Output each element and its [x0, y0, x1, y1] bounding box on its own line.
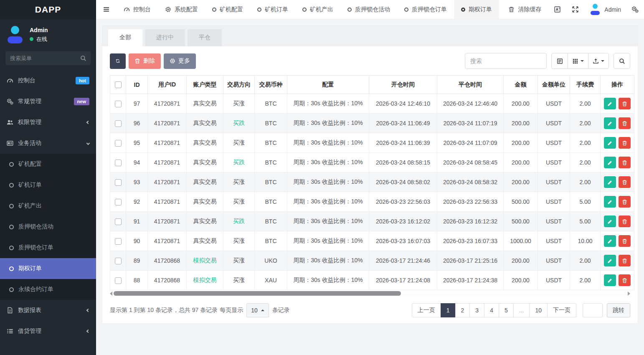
cell-fee: 2.00: [570, 172, 601, 192]
select-all-checkbox[interactable]: [115, 81, 122, 88]
sidebar-subitem[interactable]: 永续合约订单: [0, 279, 96, 300]
column-header: 操作: [601, 76, 634, 94]
edit-button[interactable]: [604, 137, 616, 149]
table-search-input[interactable]: [465, 53, 547, 69]
delete-row-button[interactable]: [619, 137, 631, 149]
scrollbar-track[interactable]: [114, 291, 626, 296]
tab-item[interactable]: 进行中: [145, 29, 185, 46]
delete-row-button[interactable]: [619, 117, 631, 129]
sidebar-item[interactable]: 数据报表: [0, 300, 96, 321]
sidebar-subitem[interactable]: 矿机订单: [0, 175, 96, 195]
cell-config: 周期：30s 收益比例：10%: [287, 153, 369, 172]
row-checkbox[interactable]: [115, 160, 122, 166]
delete-row-button[interactable]: [619, 176, 631, 188]
row-checkbox[interactable]: [115, 218, 122, 225]
topnav-user-menu[interactable]: Admin: [584, 0, 626, 19]
next-page-button[interactable]: 下一页: [547, 303, 576, 317]
detail-view-button[interactable]: [551, 53, 568, 69]
sidebar-item[interactable]: 常规管理new: [0, 91, 96, 112]
topnav-item[interactable]: 矿机配置: [205, 0, 250, 19]
cell-config: 周期：30s 收益比例：10%: [287, 94, 369, 114]
scroll-left-icon[interactable]: [110, 292, 112, 296]
translate-icon[interactable]: [548, 0, 566, 19]
delete-row-button[interactable]: [619, 216, 631, 227]
cell-config: 周期：30s 收益比例：10%: [287, 251, 369, 271]
export-button[interactable]: [588, 53, 609, 69]
page-button[interactable]: 3: [469, 303, 484, 317]
sidebar-item-label: 数据报表: [18, 307, 82, 314]
search-icon: [80, 55, 86, 61]
columns-button[interactable]: [568, 53, 588, 69]
refresh-button[interactable]: [110, 53, 126, 69]
page-button[interactable]: 1: [441, 303, 456, 317]
settings-gears-icon[interactable]: [626, 0, 644, 19]
page-button[interactable]: 4: [484, 303, 499, 317]
row-checkbox[interactable]: [115, 199, 122, 205]
cell-actions: [601, 94, 634, 114]
sidebar-search-input[interactable]: [5, 51, 91, 65]
sidebar-subitem[interactable]: 质押锁仓订单: [0, 237, 96, 258]
sidebar-subitem[interactable]: 矿机产出: [0, 195, 96, 216]
page-button[interactable]: 2: [455, 303, 470, 317]
edit-button[interactable]: [604, 235, 616, 247]
edit-button[interactable]: [604, 255, 616, 266]
sidebar-subitem[interactable]: 期权订单: [0, 258, 96, 279]
edit-button[interactable]: [604, 117, 616, 129]
scrollbar-thumb[interactable]: [114, 291, 401, 296]
sidebar-subitem[interactable]: 矿机配置: [0, 154, 96, 175]
delete-row-button[interactable]: [619, 98, 631, 109]
row-checkbox[interactable]: [115, 120, 122, 127]
delete-row-button[interactable]: [619, 255, 631, 266]
topnav-item[interactable]: 质押锁仓订单: [397, 0, 454, 19]
sidebar-item[interactable]: 控制台hot: [0, 70, 96, 91]
row-checkbox[interactable]: [115, 179, 122, 186]
search-button[interactable]: [614, 53, 630, 69]
edit-button[interactable]: [604, 196, 616, 208]
users-icon: [7, 119, 13, 126]
topnav-item[interactable]: 矿机订单: [250, 0, 295, 19]
jump-button[interactable]: 跳转: [607, 303, 630, 317]
tab-item[interactable]: 平仓: [188, 29, 222, 46]
edit-button[interactable]: [604, 216, 616, 227]
row-checkbox[interactable]: [115, 277, 122, 284]
jump-page-input[interactable]: [583, 303, 603, 317]
cell-user-id: 41720871: [148, 133, 187, 153]
topnav-item[interactable]: 控制台: [117, 0, 158, 19]
edit-button[interactable]: [604, 274, 616, 286]
fullscreen-icon[interactable]: [566, 0, 584, 19]
topnav-item[interactable]: 质押锁仓活动: [340, 0, 397, 19]
hamburger-icon[interactable]: [96, 0, 117, 19]
row-checkbox[interactable]: [115, 101, 122, 107]
delete-row-button[interactable]: [619, 157, 631, 168]
sidebar-item[interactable]: 业务活动: [0, 133, 96, 154]
page-button[interactable]: 10: [529, 303, 548, 317]
gear-icon: [170, 58, 175, 64]
circle-icon: [9, 225, 14, 229]
topnav-item[interactable]: 矿机产出: [295, 0, 340, 19]
edit-button[interactable]: [604, 98, 616, 109]
clear-cache-button[interactable]: 清除缓存: [501, 0, 548, 19]
prev-page-button[interactable]: 上一页: [412, 303, 441, 317]
sidebar-item[interactable]: 借贷管理: [0, 321, 96, 342]
row-checkbox[interactable]: [115, 238, 122, 245]
edit-button[interactable]: [604, 157, 616, 168]
tab-active[interactable]: 全部: [108, 29, 142, 46]
sidebar-subitem[interactable]: 质押锁仓活动: [0, 216, 96, 237]
topnav-item[interactable]: 期权订单: [454, 0, 499, 19]
sidebar-item[interactable]: 权限管理: [0, 112, 96, 133]
delete-row-button[interactable]: [619, 235, 631, 247]
row-checkbox[interactable]: [115, 140, 122, 147]
topnav-item[interactable]: 系统配置: [158, 0, 205, 19]
delete-row-button[interactable]: [619, 196, 631, 208]
pencil-icon: [607, 101, 613, 106]
delete-button[interactable]: 删除: [129, 53, 161, 69]
delete-row-button[interactable]: [619, 274, 631, 286]
scroll-right-icon[interactable]: [628, 292, 630, 296]
cell-close-time: 2026-03-17 21:25:16: [437, 251, 504, 271]
page-size-select[interactable]: 10: [246, 303, 269, 317]
more-button[interactable]: 更多: [164, 53, 196, 69]
edit-button[interactable]: [604, 176, 616, 188]
row-checkbox[interactable]: [115, 258, 122, 264]
page-button[interactable]: 5: [499, 303, 514, 317]
user-status: 在线: [36, 36, 47, 43]
